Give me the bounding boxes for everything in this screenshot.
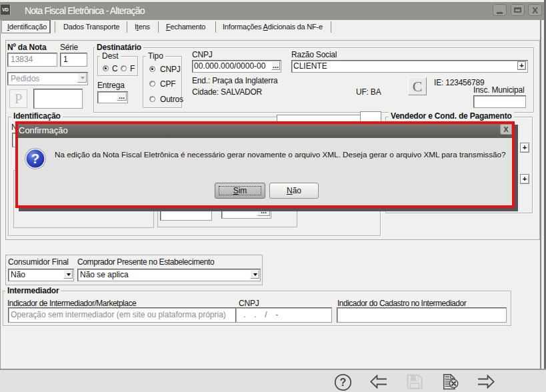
svg-text:?: ? (340, 377, 347, 388)
svg-text:?: ? (31, 151, 40, 166)
